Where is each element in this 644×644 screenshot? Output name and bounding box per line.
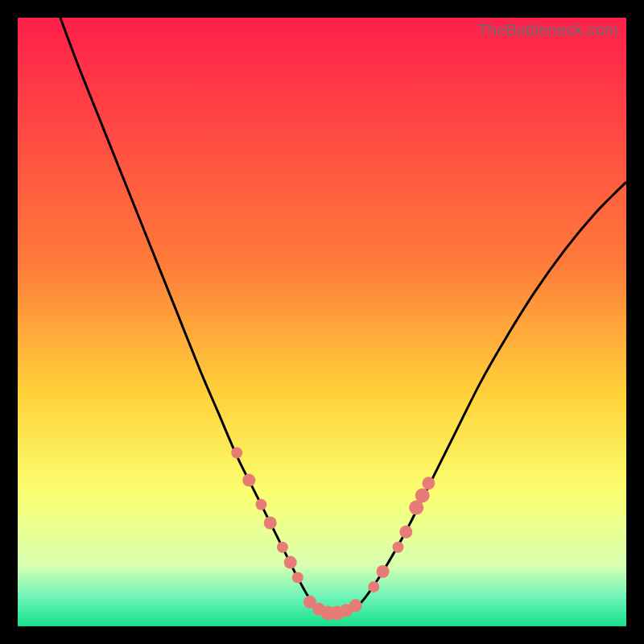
- marker-left-upper-2: [242, 474, 255, 487]
- chart-frame: TheBottleneck.com: [18, 18, 626, 626]
- chart-svg: [18, 18, 626, 626]
- marker-left-low-3: [292, 572, 303, 584]
- marker-right-low-1: [368, 581, 379, 592]
- marker-right-mid-2: [399, 526, 412, 539]
- watermark-text: TheBottleneck.com: [477, 21, 618, 39]
- marker-right-upper-2: [415, 489, 430, 503]
- marker-bottom-6: [349, 599, 362, 612]
- marker-right-low-2: [377, 565, 390, 578]
- chart-background: [18, 18, 626, 626]
- marker-left-mid-1: [255, 499, 266, 510]
- marker-left-low-1: [277, 542, 288, 553]
- marker-left-low-2: [284, 556, 297, 569]
- marker-left-upper-1: [231, 448, 242, 459]
- marker-left-mid-2: [264, 517, 277, 530]
- marker-right-upper-3: [422, 477, 435, 489]
- marker-right-mid-1: [393, 542, 404, 553]
